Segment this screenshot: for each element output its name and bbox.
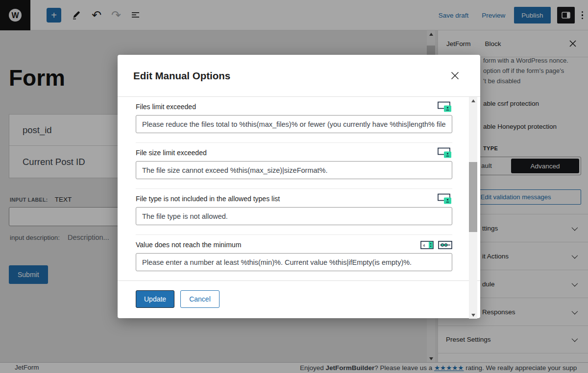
option-row-file-size: File size limit exceeded (136, 143, 452, 189)
option-label: File type is not included in the allowed… (136, 195, 280, 203)
scroll-up-arrow[interactable] (469, 97, 477, 104)
option-row-minimum-value: Value does not reach the minimum 4 (136, 235, 452, 280)
number-field-icon[interactable]: 4 (420, 241, 434, 249)
option-row-file-type: File type is not included in the allowed… (136, 189, 452, 235)
close-icon (450, 70, 460, 81)
modal-title: Edit Manual Options (133, 70, 230, 82)
scroll-down-arrow[interactable] (469, 311, 477, 319)
option-message-input[interactable] (136, 161, 452, 179)
range-field-icon[interactable] (438, 241, 452, 249)
option-label: Value does not reach the minimum (136, 241, 241, 249)
edit-manual-options-modal: Edit Manual Options Files limit exceeded (118, 55, 480, 318)
update-button[interactable]: Update (136, 290, 174, 308)
modal-close-button[interactable] (449, 70, 461, 82)
option-label: Files limit exceeded (136, 103, 196, 111)
cancel-button[interactable]: Cancel (180, 290, 220, 308)
media-macro-icon[interactable] (438, 147, 452, 159)
media-macro-icon[interactable] (438, 101, 452, 113)
modal-actions: Update Cancel (118, 280, 480, 308)
modal-scrollbar[interactable] (469, 97, 477, 319)
media-macro-icon[interactable] (438, 193, 452, 205)
modal-header: Edit Manual Options (118, 55, 480, 96)
option-message-input[interactable] (136, 207, 452, 225)
modal-body: Files limit exceeded File size limit exc (118, 96, 480, 318)
option-row-files-limit: Files limit exceeded (136, 97, 452, 143)
svg-text:4: 4 (423, 243, 425, 248)
scrollbar-thumb[interactable] (469, 162, 477, 232)
option-label: File size limit exceeded (136, 149, 207, 157)
option-message-input[interactable] (136, 115, 452, 133)
option-message-input[interactable] (136, 253, 452, 271)
